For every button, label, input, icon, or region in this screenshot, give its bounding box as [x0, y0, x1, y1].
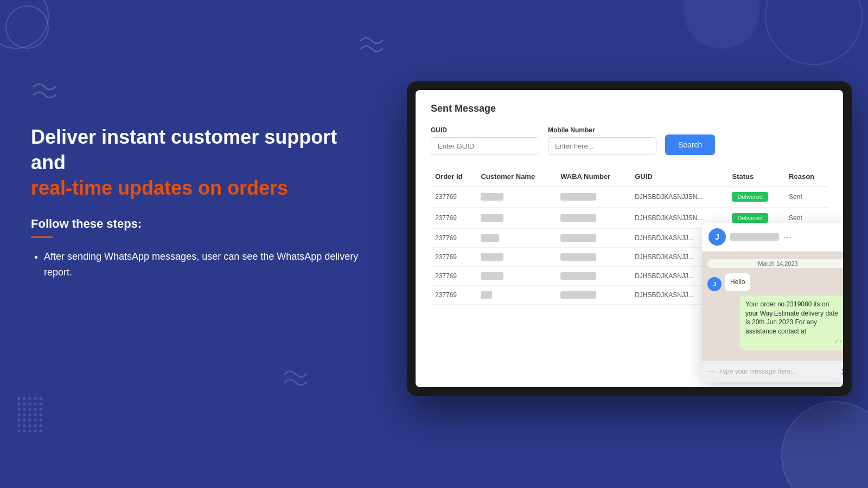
svg-point-26 [23, 425, 26, 427]
table-cell: +91 •••••••••• [556, 229, 630, 248]
status-badge: Delivered [732, 213, 768, 223]
table-cell: 237769 [431, 208, 476, 229]
chat-popup: J ··· March 14,2023 J Hello [702, 223, 843, 382]
squiggle-1 [31, 81, 58, 103]
sent-bubble: Your order no.2319080 its on your Way.Es… [740, 296, 843, 350]
svg-point-22 [29, 419, 31, 422]
svg-point-7 [29, 403, 31, 406]
svg-point-17 [29, 414, 31, 416]
svg-point-31 [23, 430, 26, 433]
mobile-filter-group: Mobile Number [548, 126, 656, 155]
received-text: Hello [730, 278, 745, 286]
blurred-value: +91 •••••••••• [560, 193, 596, 201]
svg-point-27 [29, 425, 31, 427]
table-cell: •••••••••• [476, 208, 556, 229]
svg-point-2 [29, 397, 31, 400]
table-header-row: Order Id Customer Name WABA Number GUID … [431, 167, 828, 187]
table-cell: DJHSBDJKASNJJSN... [630, 187, 727, 208]
col-status: Status [727, 167, 784, 187]
msg-time: ✓✓ [745, 338, 843, 345]
table-cell: •••••••• [476, 229, 556, 248]
table-cell: 237769 [431, 286, 476, 305]
sent-text: Your order no.2319080 its on your Way.Es… [745, 300, 838, 335]
chat-message-received: J Hello [707, 273, 843, 291]
page-title: Sent Message [431, 103, 828, 114]
heading-line1: Deliver instant customer support and [31, 126, 337, 174]
chat-input[interactable]: Type your message here... [719, 368, 836, 375]
filters-row: GUID Mobile Number Search [431, 126, 828, 155]
chat-sender-avatar: J [707, 277, 722, 291]
svg-point-18 [34, 414, 37, 416]
table-cell: •••••••••• [476, 248, 556, 267]
svg-point-8 [34, 403, 37, 406]
svg-point-5 [18, 403, 21, 406]
svg-point-14 [40, 408, 42, 411]
table-cell: 237769 [431, 187, 476, 208]
chat-emoji-icon[interactable]: ··· [707, 367, 714, 376]
squiggle-2 [358, 35, 385, 57]
svg-point-33 [34, 430, 37, 433]
bullet-item-1: After sending WhatsApp messages, user ca… [44, 249, 367, 280]
underline-decoration [31, 236, 53, 238]
blurred-value: •••••••••• [481, 253, 503, 261]
blurred-value: +91 •••••••••• [560, 214, 596, 222]
col-customer-name: Customer Name [476, 167, 556, 187]
heading-highlight: real-time updates on orders [31, 177, 288, 199]
dots-pattern-1 [16, 396, 65, 445]
svg-point-11 [23, 408, 26, 411]
guid-filter-group: GUID [431, 126, 539, 155]
svg-point-9 [40, 403, 42, 406]
search-button[interactable]: Search [665, 134, 715, 155]
chat-body: March 14,2023 J Hello Your order no.2319… [702, 252, 843, 361]
chat-date: March 14,2023 [707, 259, 843, 268]
table-cell: +91 •••••••••• [556, 267, 630, 286]
chat-header: J ··· [702, 223, 843, 252]
blurred-value: +91 •••••••••• [560, 253, 596, 261]
svg-point-4 [40, 397, 42, 400]
svg-point-6 [23, 403, 26, 406]
svg-point-1 [23, 397, 26, 400]
bg-circle-1 [0, 0, 49, 49]
svg-point-29 [40, 425, 42, 427]
svg-point-19 [40, 414, 42, 416]
status-badge: Delivered [732, 192, 768, 202]
col-waba-number: WABA Number [556, 167, 630, 187]
table-cell: +91 •••••••••• [556, 286, 630, 305]
chat-contact-name [730, 233, 779, 241]
chat-avatar: J [709, 228, 726, 246]
svg-point-10 [18, 408, 21, 411]
svg-point-25 [18, 425, 21, 427]
laptop-frame: Sent Message GUID Mobile Number Search [407, 81, 852, 396]
svg-point-24 [40, 419, 42, 422]
svg-point-12 [29, 408, 31, 411]
svg-point-28 [34, 425, 37, 427]
laptop-screen: Sent Message GUID Mobile Number Search [416, 90, 843, 387]
table-cell: ••••• [476, 286, 556, 305]
mobile-input[interactable] [548, 137, 656, 155]
mobile-label: Mobile Number [548, 126, 656, 134]
guid-input[interactable] [431, 137, 539, 155]
main-heading: Deliver instant customer support and rea… [31, 125, 367, 201]
table-row: 237769••••••••••+91 ••••••••••DJHSBDJKAS… [431, 187, 828, 208]
table-cell: •••••••••• [476, 187, 556, 208]
svg-point-32 [29, 430, 31, 433]
col-reason: Reason [784, 167, 828, 187]
blurred-value: +91 •••••••••• [560, 234, 596, 242]
col-guid: GUID [630, 167, 727, 187]
blurred-value: ••••• [481, 291, 492, 299]
guid-label: GUID [431, 126, 539, 134]
svg-point-20 [18, 419, 21, 422]
blurred-value: •••••••• [481, 234, 499, 242]
follow-steps-label: Follow these steps: [31, 217, 367, 231]
blurred-value: •••••••••• [481, 193, 503, 201]
svg-point-3 [34, 397, 37, 400]
left-panel: Deliver instant customer support and rea… [31, 125, 367, 280]
svg-point-15 [18, 414, 21, 416]
svg-point-34 [40, 430, 42, 433]
svg-point-16 [23, 414, 26, 416]
table-cell: +91 •••••••••• [556, 208, 630, 229]
table-cell: •••••••••• [476, 267, 556, 286]
chat-more-icon[interactable]: ··· [783, 232, 792, 243]
blurred-value: •••••••••• [481, 214, 503, 222]
chat-send-button[interactable]: ➤ [840, 365, 843, 377]
